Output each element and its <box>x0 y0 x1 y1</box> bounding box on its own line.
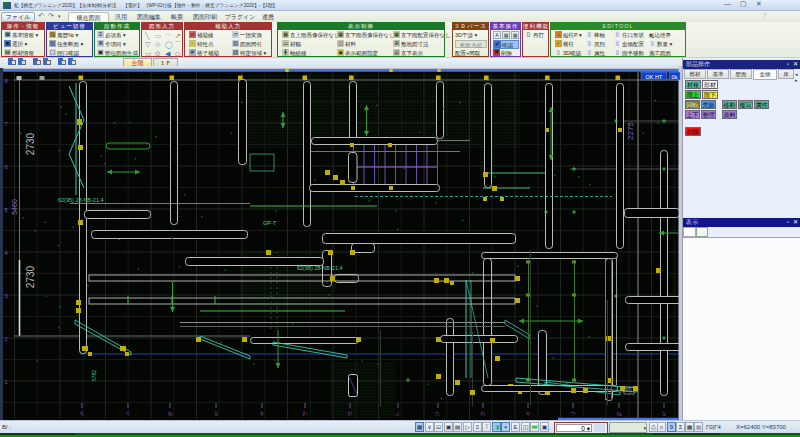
svg-text:た: た <box>435 410 440 417</box>
svg-text:2: 2 <box>4 336 7 342</box>
svg-text:2730: 2730 <box>25 265 36 288</box>
svg-text:わ: わ <box>302 410 307 416</box>
svg-text:ね: ね <box>616 410 622 417</box>
svg-text:よ: よ <box>395 410 400 416</box>
svg-text:な: な <box>661 410 666 416</box>
svg-text:8: 8 <box>4 78 7 84</box>
svg-text:3: 3 <box>4 293 7 299</box>
svg-text:4: 4 <box>4 250 7 256</box>
svg-text:そ: そ <box>525 410 530 416</box>
svg-text:を: を <box>259 410 264 416</box>
svg-text:2275: 2275 <box>626 122 635 140</box>
svg-text:ち: ち <box>79 410 84 416</box>
svg-text:る: る <box>213 410 218 416</box>
svg-text:62(95) 28-NB-21.4: 62(95) 28-NB-21.4 <box>58 197 104 203</box>
svg-text:れ: れ <box>480 410 485 416</box>
svg-text:ぬ: ぬ <box>167 410 172 416</box>
svg-text:1: 1 <box>4 379 7 385</box>
svg-text:り: り <box>125 410 130 416</box>
svg-text:(530): (530) <box>620 387 632 393</box>
svg-text:7: 7 <box>4 121 7 127</box>
svg-text:5460: 5460 <box>11 199 18 215</box>
svg-text:5782: 5782 <box>91 370 97 381</box>
svg-text:つ: つ <box>570 410 575 416</box>
svg-text:GP-T: GP-T <box>263 220 277 226</box>
svg-text:0k: 0k <box>672 74 678 80</box>
svg-text:2730: 2730 <box>25 132 36 155</box>
svg-text:か: か <box>347 410 352 416</box>
svg-text:6: 6 <box>4 164 7 170</box>
svg-text:OK HT: OK HT <box>646 74 663 80</box>
svg-text:5: 5 <box>4 207 7 213</box>
